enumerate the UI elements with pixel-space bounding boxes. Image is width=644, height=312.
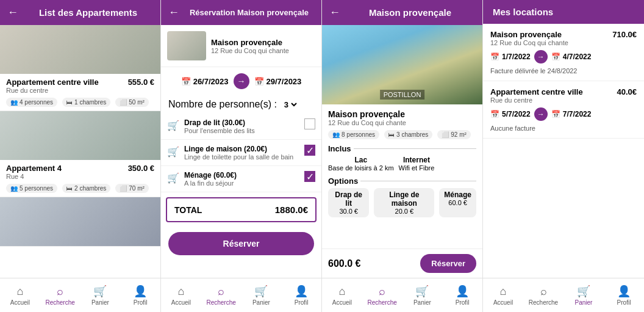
location-card-2: Appartement centre ville 40.0€ Rue du ce… (483, 81, 644, 139)
nav1-recherche[interactable]: ⌕ Recherche (40, 278, 80, 312)
loc1-price: 710.0€ (612, 30, 637, 39)
apartment-card-3[interactable] (0, 197, 160, 247)
booking-prop-details: Maison provençale 12 Rue du Coq qui chan… (211, 38, 289, 54)
option-menage-text: Ménage (60.0€) A la fin du séjour (184, 171, 299, 187)
hero-label: POSTILLON (380, 90, 425, 100)
apt2-info: Appartement 4 350.0 € Rue 4 👥 5 personne… (0, 160, 160, 197)
panel4-bottom-nav: ⌂ Accueil ⌕ Recherche 🛒 Panier 👤 Profil (483, 278, 644, 312)
apt2-persons-badge: 👥 5 personnes (6, 184, 57, 193)
persons-label: Nombre de personne(s) : (168, 99, 277, 110)
nav2-profil[interactable]: 👤 Profil (281, 278, 321, 312)
loc2-addr: Rue du centre (490, 96, 637, 104)
cart-icon-menage: 🛒 (167, 172, 179, 184)
property-features: 👥 8 personnes 🛏 3 chambres ⬜ 92 m² (328, 130, 476, 139)
property-hero-image: POSTILLON (322, 25, 482, 104)
loc1-arrow: → (534, 50, 548, 63)
nav3-recherche[interactable]: ⌕ Recherche (362, 278, 402, 312)
persons-select[interactable]: 31245 (282, 100, 299, 110)
nav2-recherche[interactable]: ⌕ Recherche (201, 278, 242, 312)
total-amount: 1880.0€ (275, 205, 308, 215)
nav3-profil[interactable]: 👤 Profil (442, 278, 482, 312)
cart-icon: 🛒 (577, 285, 590, 298)
apt1-info: Appartement centre ville 555.0 € Rue du … (0, 74, 160, 111)
calendar-icon: 📅 (490, 53, 499, 61)
prop-persons-badge: 👥 8 personnes (328, 130, 379, 139)
search-icon: ⌕ (57, 285, 63, 298)
nav2-panier[interactable]: 🛒 Panier (242, 278, 282, 312)
nav4-recherche[interactable]: ⌕ Recherche (523, 278, 564, 312)
calendar-start-icon: 📅 (181, 77, 191, 86)
nav4-profil[interactable]: 👤 Profil (604, 278, 644, 312)
area-icon: ⬜ (120, 99, 127, 106)
persons-icon: 👥 (332, 131, 340, 138)
panel4-content: Maison provençale 710.0€ 12 Rue du Coq q… (483, 24, 644, 278)
nav1-panier-label: Panier (91, 299, 109, 306)
booking-prop-name: Maison provençale (211, 38, 289, 47)
nav1-profil-label: Profil (134, 299, 148, 306)
prop-area-badge: ⬜ 92 m² (437, 130, 471, 139)
nav1-panier[interactable]: 🛒 Panier (80, 278, 121, 312)
option-drap-text: Drap de lit (30.0€) Pour l'ensemble des … (184, 118, 299, 134)
panel3-title: Maison provençale (345, 7, 475, 18)
option-linge-desc: Linge de toilette pour la salle de bain (184, 153, 299, 161)
apt2-street: Rue 4 (6, 173, 154, 180)
opt-menage: Ménage 60.0 € (439, 188, 476, 217)
prop-rooms-badge: 🛏 3 chambres (384, 130, 432, 139)
option-menage-checkbox[interactable]: ✓ (304, 171, 315, 182)
bed-icon: 🛏 (388, 131, 395, 138)
nav1-accueil[interactable]: ⌂ Accueil (0, 278, 40, 312)
loc2-arrow: → (534, 107, 548, 121)
nav1-profil[interactable]: 👤 Profil (120, 278, 160, 312)
loc2-name: Appartement centre ville (490, 87, 583, 96)
home-icon: ⌂ (338, 285, 345, 298)
property-detail: Maison provençale 12 Rue du Coq qui chan… (322, 104, 482, 227)
profile-icon: 👤 (456, 285, 469, 298)
panel1-content: Appartement centre ville 555.0 € Rue du … (0, 25, 160, 278)
loc1-facture: Facture délivrée le 24/8/2022 (490, 67, 637, 74)
area-icon: ⬜ (442, 131, 449, 138)
cart-icon: 🛒 (415, 285, 429, 298)
option-linge-checkbox[interactable]: ✓ (304, 145, 315, 156)
panel3-footer: 600.0 € Réserver (322, 249, 482, 278)
loc2-dates: 📅 5/7/2022 → 📅 7/7/2022 (490, 107, 637, 121)
nav3-accueil[interactable]: ⌂ Accueil (322, 278, 362, 312)
opt-linge: Linge de maison 20.0 € (374, 188, 434, 217)
inclus-section-title: Inclus (328, 144, 476, 153)
apt1-price: 555.0 € (128, 78, 154, 87)
option-menage-desc: A la fin du séjour (184, 180, 299, 187)
option-drap-checkbox[interactable] (304, 118, 315, 129)
panel2-bottom-nav: ⌂ Accueil ⌕ Recherche 🛒 Panier 👤 Profil (161, 278, 321, 312)
option-menage: 🛒 Ménage (60.0€) A la fin du séjour ✓ (161, 166, 321, 192)
panel3-back-button[interactable]: ← (329, 6, 340, 19)
total-label: TOTAL (174, 205, 202, 215)
panel1-header: ← List des Appartements (0, 0, 160, 25)
persons-icon: 👥 (10, 185, 18, 192)
panel4-header: Mes locations (483, 0, 644, 24)
nav2-accueil[interactable]: ⌂ Accueil (161, 278, 201, 312)
apartment-card-2[interactable]: Appartement 4 350.0 € Rue 4 👥 5 personne… (0, 111, 160, 197)
date-arrow: → (234, 73, 249, 89)
footer-reserver-button[interactable]: Réserver (420, 254, 476, 273)
panel2-title: Réservation Maison provençale (184, 8, 314, 17)
profile-icon: 👤 (134, 285, 147, 298)
nav4-panier[interactable]: 🛒 Panier (564, 278, 604, 312)
nav1-recherche-label: Recherche (45, 299, 74, 306)
reserver-button[interactable]: Réserver (168, 232, 314, 255)
panel-mes-locations: Mes locations Maison provençale 710.0€ 1… (483, 0, 644, 312)
option-linge-name: Linge de maison (20.0€) (184, 145, 299, 153)
panel2-back-button[interactable]: ← (168, 6, 179, 19)
panel1-bottom-nav: ⌂ Accueil ⌕ Recherche 🛒 Panier 👤 Profil (0, 278, 160, 312)
panel1-back-button[interactable]: ← (7, 6, 18, 19)
apartment-card-1[interactable]: Appartement centre ville 555.0 € Rue du … (0, 25, 160, 111)
options-grid: Drap de lit 30.0 € Linge de maison 20.0 … (328, 188, 476, 217)
apt1-features: 👥 4 personnes 🛏 1 chambres ⬜ 50 m² (6, 98, 154, 107)
apt1-rooms-badge: 🛏 1 chambres (62, 98, 110, 107)
nav1-accueil-label: Accueil (10, 299, 30, 306)
panel2-content: Maison provençale 12 Rue du Coq qui chan… (161, 25, 321, 278)
nav3-panier[interactable]: 🛒 Panier (402, 278, 443, 312)
apt2-features: 👥 5 personnes 🛏 2 chambres ⬜ 70 m² (6, 184, 154, 193)
search-icon: ⌕ (218, 285, 224, 298)
apt1-persons-badge: 👥 4 personnes (6, 98, 57, 107)
apt1-area-badge: ⬜ 50 m² (115, 98, 149, 107)
nav4-accueil[interactable]: ⌂ Accueil (483, 278, 523, 312)
